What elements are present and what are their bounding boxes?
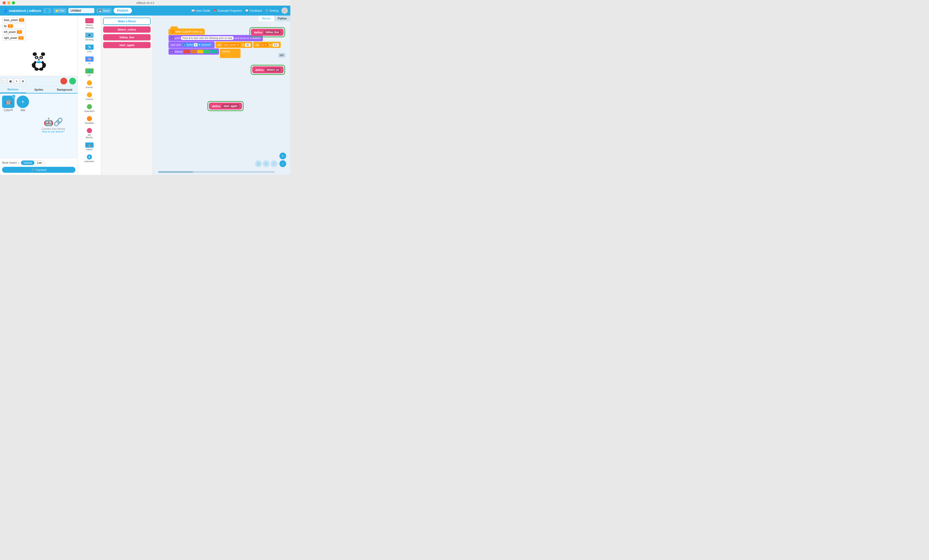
play-button[interactable] <box>69 78 76 84</box>
left-panel: base_power 0 kp 0 left_power 0 right_pow… <box>0 15 78 175</box>
stage-controls: ⛶ ▦ ≡ ⊞ <box>0 76 78 86</box>
maximize-button[interactable] <box>12 1 15 5</box>
category-iot[interactable]: 🌐 IoT <box>78 67 101 78</box>
tab-sprites[interactable]: Sprites <box>26 86 52 93</box>
category-mbot2[interactable]: 🤖 mBot2 <box>78 141 101 152</box>
category-ai[interactable]: 🧠 AI <box>78 55 101 66</box>
user-guide-link[interactable]: 📖 User Guide <box>191 9 210 12</box>
motion-sensing-icon: 🏃 <box>85 18 94 23</box>
button-b-value: B <box>194 43 198 46</box>
undo-button[interactable]: ↺ <box>255 160 262 167</box>
define-start-again-block[interactable]: define start_again <box>209 103 242 110</box>
tab-blocks[interactable]: Blocks <box>258 15 274 21</box>
minimize-button[interactable] <box>7 1 11 5</box>
redo-button[interactable]: ↻ <box>263 160 270 167</box>
tab-devices[interactable]: Devices <box>0 86 26 93</box>
connect-button[interactable]: 🔗 Connect <box>2 167 75 173</box>
setting-link[interactable]: ⚙️ Setting <box>265 9 278 12</box>
code-view-toggle[interactable]: </> <box>278 53 285 58</box>
base-power-var: base_power ▼ <box>222 43 241 47</box>
globe-button[interactable]: 🌐 <box>43 8 51 13</box>
operators-icon <box>87 104 92 109</box>
category-operators[interactable]: Operators <box>78 103 101 114</box>
device-remove-button[interactable]: ✕ <box>12 95 15 98</box>
zoom-out-button[interactable]: − <box>279 160 286 167</box>
publish-button[interactable]: Publish <box>113 8 132 14</box>
avatar[interactable] <box>282 8 288 14</box>
stop-button[interactable] <box>60 78 67 84</box>
print-block[interactable]: 🖨 print Press B to start color line foll… <box>169 35 263 41</box>
variable-kp: kp 0 <box>2 24 26 29</box>
mode-switch-info-icon: ℹ <box>18 162 19 164</box>
tab-python[interactable]: Python <box>274 15 290 21</box>
feedback-link[interactable]: 💬 Feedback <box>245 9 262 12</box>
variable-base-power: base_power 0 <box>2 18 26 23</box>
upload-mode-button[interactable]: Upload <box>21 161 34 165</box>
title-bar: mBlock v5.4.3 <box>0 0 290 6</box>
book-icon: 📖 <box>191 9 195 12</box>
define-detect-colors-outline: define detect_co <box>251 65 285 75</box>
make-block-button[interactable]: Make a Block <box>103 18 150 25</box>
hat-block[interactable]: ! when CyberPi starts up <box>169 29 205 35</box>
file-button[interactable]: 📁 File <box>53 8 66 13</box>
svg-point-13 <box>38 59 40 60</box>
svg-point-17 <box>34 67 38 71</box>
fit-screen-button[interactable]: = <box>271 160 277 167</box>
wait-until-block[interactable]: wait until ■ button B ▼ pressed? <box>169 41 215 48</box>
forever-block[interactable]: forever <box>220 49 240 58</box>
variable-list: base_power 0 kp 0 left_power 0 right_pow… <box>2 18 26 40</box>
variables-icon <box>87 116 92 121</box>
set-base-power-block[interactable]: set base_power ▼ to 40 <box>215 42 253 48</box>
traffic-lights <box>3 1 15 5</box>
follow-line-block[interactable]: follow_line <box>103 34 150 40</box>
connect-panda-icon: 🤖🔗 <box>44 117 63 126</box>
devices-panel: 🤖 ✕ CyberPi + Add 🤖🔗 Connect your device… <box>0 93 78 158</box>
add-device-item[interactable]: + Add <box>17 96 29 156</box>
category-lan[interactable]: 📡 LAN <box>78 43 101 54</box>
cyberpi-device[interactable]: 🤖 ✕ CyberPi <box>2 96 14 156</box>
live-mode-button[interactable]: Live <box>34 161 44 165</box>
add-device-label: Add <box>20 109 25 112</box>
zoom-in-button[interactable]: + <box>279 153 286 159</box>
define-follow-line-block[interactable]: define follow_line <box>251 29 284 36</box>
set-kp-block[interactable]: set kp ▼ to 0.5 <box>253 42 281 48</box>
stage-expand-button[interactable]: ⛶ <box>2 78 7 84</box>
define-detect-colors-block[interactable]: define detect_co <box>252 66 284 73</box>
color-yellow <box>197 50 204 54</box>
display-block[interactable]: ■ display <box>169 49 219 55</box>
stage-area: base_power 0 kp 0 left_power 0 right_pow… <box>0 15 78 76</box>
variable-val-base-power: 0 <box>19 18 24 22</box>
link-icon: 🔗 <box>31 168 35 171</box>
stage-list-button[interactable]: ≡ <box>14 78 19 84</box>
category-motion-sensing[interactable]: 🏃 MotionSensing <box>78 17 101 31</box>
example-programs-link[interactable]: 📚 Example Programs <box>213 9 242 12</box>
header-right: 📖 User Guide 📚 Example Programs 💬 Feedba… <box>191 8 288 14</box>
horizontal-scrollbar[interactable] <box>158 171 275 173</box>
logo: 🔷 makeblock | mBlock <box>3 8 41 13</box>
project-title-input[interactable] <box>69 8 94 13</box>
color-red <box>184 50 190 54</box>
save-button[interactable]: 💾 Save <box>97 8 112 13</box>
how-to-use-link[interactable]: How to use device? <box>42 130 64 133</box>
category-my-blocks[interactable]: MyBlocks <box>78 126 101 141</box>
category-extension[interactable]: + extension <box>78 153 101 164</box>
category-sensing[interactable]: 👁 Sensing <box>78 31 101 43</box>
category-events[interactable]: Events <box>78 79 101 90</box>
category-variables[interactable]: Variables <box>78 115 101 126</box>
close-button[interactable] <box>3 1 6 5</box>
category-control[interactable]: Control <box>78 91 101 102</box>
detect-colors-block[interactable]: detect_colors <box>103 26 150 33</box>
add-device-button[interactable]: + <box>17 96 29 108</box>
stage-grid2-button[interactable]: ⊞ <box>20 78 25 84</box>
print-icon: 🖨 <box>170 37 174 40</box>
svg-point-10 <box>41 57 42 58</box>
stage-grid-button[interactable]: ▦ <box>8 78 13 84</box>
sensing-icon: 👁 <box>85 33 94 38</box>
tab-background[interactable]: Background <box>52 86 78 93</box>
main-content: base_power 0 kp 0 left_power 0 right_pow… <box>0 15 290 175</box>
val-40: 40 <box>245 43 250 47</box>
start-again-block[interactable]: start_again <box>103 42 150 48</box>
app-title: mBlock v5.4.3 <box>136 1 154 5</box>
extension-icon[interactable]: + <box>87 155 92 159</box>
cyberpi-label: CyberPi <box>4 109 13 112</box>
